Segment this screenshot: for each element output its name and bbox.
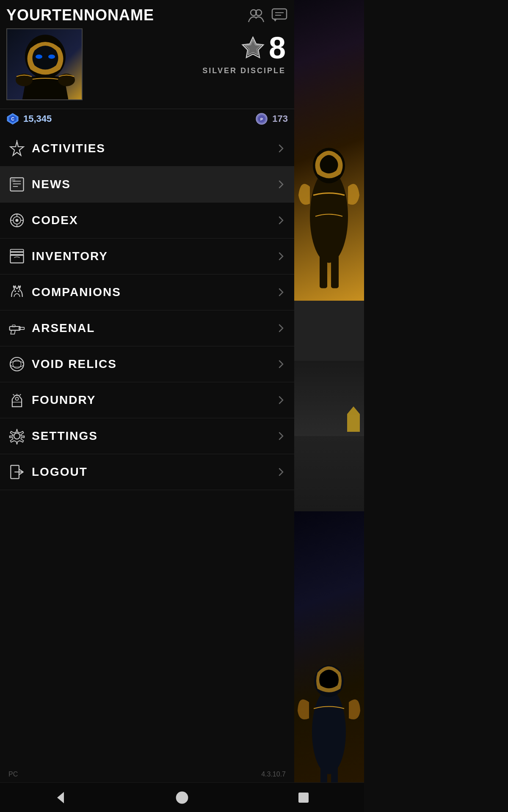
svg-rect-10 xyxy=(272,9,287,19)
avatar xyxy=(6,28,83,100)
svg-marker-60 xyxy=(57,792,64,803)
bottom-nav-bar xyxy=(0,782,364,812)
mastery-rank-icon xyxy=(241,36,265,60)
menu-item-void-relics[interactable]: VOID RELICS xyxy=(0,346,294,382)
screenshot-1 xyxy=(294,0,364,301)
settings-icon-wrap xyxy=(8,428,32,444)
chat-icon[interactable] xyxy=(271,7,288,24)
menu-item-settings[interactable]: SETTINGS xyxy=(0,418,294,454)
inventory-chevron xyxy=(276,251,286,261)
arsenal-icon-wrap xyxy=(8,320,32,337)
companions-chevron xyxy=(276,287,286,297)
foundry-icon xyxy=(8,392,25,409)
svg-point-36 xyxy=(15,219,18,222)
void-relics-icon-wrap xyxy=(8,356,32,373)
inventory-icon xyxy=(8,248,25,265)
menu-item-companions[interactable]: COMPANIONS xyxy=(0,274,294,310)
left-panel: YOURTENNONAME xyxy=(0,0,294,812)
codex-chevron xyxy=(276,215,286,225)
activities-label: ACTIVITIES xyxy=(32,142,276,155)
menu-item-arsenal[interactable]: ARSENAL xyxy=(0,310,294,346)
svg-rect-41 xyxy=(10,255,23,263)
activities-icon-wrap xyxy=(8,140,32,157)
news-label: NEWS xyxy=(32,178,276,191)
nav-back-button[interactable] xyxy=(50,787,71,808)
settings-icon xyxy=(8,428,25,444)
svg-rect-48 xyxy=(12,325,15,326)
screenshot-2 xyxy=(294,301,364,361)
svg-point-45 xyxy=(18,291,19,292)
svg-point-61 xyxy=(176,791,188,804)
arsenal-icon xyxy=(8,320,25,337)
profile-section: 8 SILVER DISCIPLE xyxy=(0,28,294,109)
codex-label: CODEX xyxy=(32,214,276,227)
codex-icon xyxy=(8,212,25,229)
screenshot-3 xyxy=(294,361,364,436)
svg-rect-2 xyxy=(320,254,327,288)
nav-home-button[interactable] xyxy=(171,787,193,808)
companions-label: COMPANIONS xyxy=(32,285,276,299)
right-panel xyxy=(294,0,364,812)
companions-icon xyxy=(8,284,25,301)
news-icon xyxy=(8,176,25,193)
menu-item-activities[interactable]: ACTIVITIES xyxy=(0,131,294,167)
svg-point-16 xyxy=(48,55,55,59)
version-row: PC 4.3.10.7 xyxy=(0,768,294,780)
svg-rect-62 xyxy=(298,793,309,803)
logout-chevron xyxy=(276,467,286,477)
foundry-label: FOUNDRY xyxy=(32,393,276,407)
inventory-icon-wrap xyxy=(8,248,32,265)
logout-icon-wrap xyxy=(8,464,32,480)
arsenal-label: ARSENAL xyxy=(32,321,276,335)
activities-icon xyxy=(8,140,25,157)
rank-number: 8 xyxy=(269,33,286,63)
foundry-icon-wrap xyxy=(8,392,32,409)
svg-line-55 xyxy=(20,394,21,395)
settings-label: SETTINGS xyxy=(32,429,276,443)
menu-item-logout[interactable]: LOGOUT xyxy=(0,454,294,490)
svg-point-49 xyxy=(10,357,24,371)
menu-item-foundry[interactable]: FOUNDRY xyxy=(0,382,294,418)
credits-icon: C xyxy=(6,112,19,125)
header-icons xyxy=(248,7,288,24)
codex-icon-wrap xyxy=(8,212,32,229)
void-relics-chevron xyxy=(276,359,286,369)
platform-label: PC xyxy=(8,771,18,778)
void-relics-icon xyxy=(8,356,25,373)
menu-list: ACTIVITIES NEWS xyxy=(0,131,294,490)
screenshot-5 xyxy=(294,511,364,812)
svg-point-15 xyxy=(36,55,42,59)
rank-title: SILVER DISCIPLE xyxy=(202,66,286,75)
menu-item-codex[interactable]: CODEX xyxy=(0,203,294,239)
rank-row: 8 xyxy=(241,33,286,63)
credits-amount: 15,345 xyxy=(23,113,52,124)
credits-item: C 15,345 xyxy=(6,112,52,125)
version-label: 4.3.10.7 xyxy=(261,771,286,778)
svg-point-44 xyxy=(14,291,16,292)
svg-marker-27 xyxy=(10,142,23,156)
logout-label: LOGOUT xyxy=(32,465,276,479)
nav-recent-button[interactable] xyxy=(293,787,314,808)
screenshot-4 xyxy=(294,436,364,511)
clan-icon[interactable] xyxy=(248,7,265,24)
menu-item-inventory[interactable]: INVENTORY xyxy=(0,239,294,274)
svg-line-56 xyxy=(13,394,14,395)
companions-icon-wrap xyxy=(8,284,32,301)
svg-point-4 xyxy=(312,689,346,774)
currency-row: C 15,345 P 173 xyxy=(0,109,294,129)
logout-icon xyxy=(8,464,25,480)
svg-point-57 xyxy=(14,433,20,439)
inventory-label: INVENTORY xyxy=(32,250,276,263)
platinum-amount: 173 xyxy=(272,113,288,124)
svg-text:C: C xyxy=(11,117,14,121)
arsenal-chevron xyxy=(276,323,286,333)
settings-chevron xyxy=(276,431,286,441)
menu-item-news[interactable]: NEWS xyxy=(0,167,294,203)
header: YOURTENNONAME xyxy=(0,0,294,28)
void-relics-label: VOID RELICS xyxy=(32,357,276,371)
news-chevron xyxy=(276,179,286,189)
username: YOURTENNONAME xyxy=(6,6,154,24)
platinum-icon: P xyxy=(255,112,268,125)
svg-point-53 xyxy=(15,397,18,400)
svg-point-51 xyxy=(10,361,24,367)
